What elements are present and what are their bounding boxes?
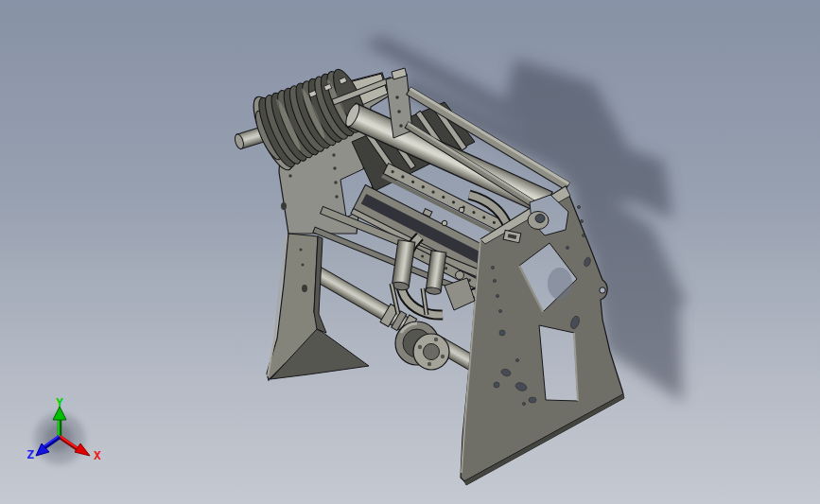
ear-hole bbox=[600, 287, 605, 293]
y-axis-label: Y bbox=[56, 395, 63, 409]
cad-viewport[interactable]: Y X Z bbox=[0, 0, 820, 504]
viewport-canvas[interactable]: Y X Z bbox=[0, 0, 820, 504]
lower-cutout bbox=[539, 325, 578, 401]
z-axis-label: Z bbox=[26, 447, 34, 461]
x-axis-label: X bbox=[94, 448, 101, 462]
